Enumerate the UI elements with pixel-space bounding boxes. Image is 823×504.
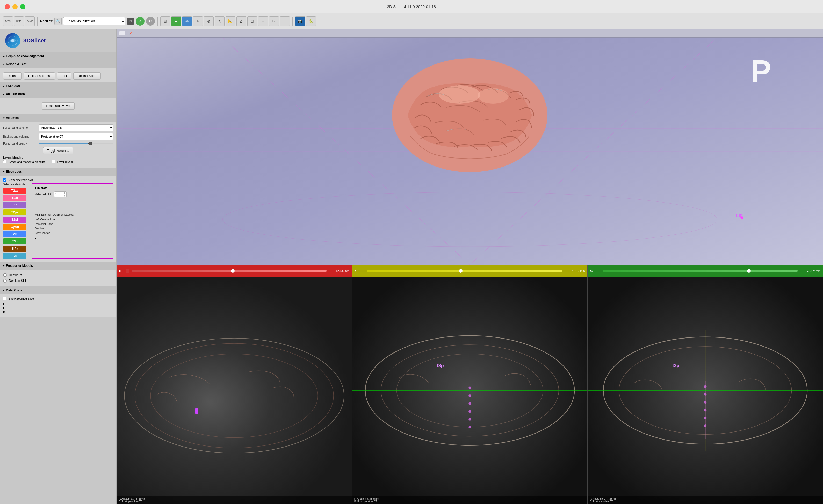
tab-1-label: 1: [122, 32, 123, 35]
reload-button[interactable]: Reload: [3, 72, 22, 79]
slice-thumb-y[interactable]: [459, 269, 463, 273]
brain-3d: [369, 45, 571, 180]
svg-point-12: [135, 343, 334, 448]
ct-slice-1: [117, 277, 352, 504]
nav-fwd-button[interactable]: ↻: [146, 17, 155, 26]
electrode-T3p[interactable]: T3p: [3, 238, 26, 244]
destrieux-radio[interactable]: [3, 273, 7, 277]
electrode-T2pi[interactable]: T2pi: [3, 216, 26, 223]
restart-slicer-button[interactable]: Restart Slicer: [73, 72, 101, 79]
desikan-label: Desikan-Killiani: [9, 279, 30, 283]
layer-reveal-label: Layer reveal: [57, 160, 73, 163]
electrode-T2p[interactable]: T2p: [3, 253, 26, 259]
data-icon[interactable]: DATA: [3, 16, 13, 26]
viewport-tab-bar: 1 📌: [117, 29, 823, 37]
slice-thumb-g[interactable]: [747, 269, 751, 273]
foreground-select[interactable]: Anatomical T1 MRI: [39, 124, 113, 131]
toolbar-divider-2: [157, 17, 158, 26]
reload-test-header[interactable]: Reload & Test: [0, 60, 116, 68]
opacity-slider[interactable]: [39, 143, 113, 144]
minimize-button[interactable]: [12, 4, 18, 9]
home-icon[interactable]: ⊡: [127, 18, 134, 25]
toggle-volumes-row: Toggle volumes: [3, 147, 113, 154]
electrode-T2ps[interactable]: T2ps: [3, 209, 26, 215]
slice-thumb-r[interactable]: [231, 269, 234, 273]
python-icon[interactable]: 🐍: [306, 16, 316, 26]
toggle-volumes-button[interactable]: Toggle volumes: [43, 147, 73, 154]
window-title: 3D Slicer 4.11.0-2020-01-18: [387, 4, 436, 9]
foreground-row: Foreground volume: Anatomical T1 MRI: [3, 124, 113, 131]
electrodes-label: Electrodes: [6, 170, 22, 174]
maximize-button[interactable]: [20, 4, 25, 9]
roi-icon[interactable]: ⊡: [247, 16, 257, 26]
electrode-T1p[interactable]: T1p: [3, 202, 26, 208]
electrode-T2ai[interactable]: T2ai: [3, 195, 26, 201]
data-probe-content: Show Zoomed Slice L F B: [0, 294, 116, 317]
edit-button[interactable]: Edit: [57, 72, 71, 79]
layers-blending-label: Layers blending: [3, 156, 113, 159]
pin-icon[interactable]: 📌: [127, 30, 134, 36]
b-value: B: [3, 311, 113, 314]
move-icon[interactable]: ✛: [280, 16, 290, 26]
snapshot-icon[interactable]: 📷: [295, 16, 305, 26]
electrode-label-panel-3: t3p: [672, 363, 679, 368]
titlebar: 3D Slicer 4.11.0-2020-01-18: [0, 0, 823, 13]
freesurfer-header[interactable]: Freesurfer Models: [0, 262, 116, 270]
slice-track-y[interactable]: [367, 270, 562, 272]
mni-dot: •: [35, 236, 110, 240]
scissors-icon[interactable]: ✂: [269, 16, 279, 26]
module-dropdown[interactable]: Epiloc visualization Welcome Data Volume…: [63, 17, 125, 25]
data-probe-header[interactable]: Data Probe: [0, 287, 116, 294]
layer-reveal-checkbox[interactable]: [52, 160, 55, 163]
svg-point-13: [150, 354, 318, 438]
section-data-probe: Data Probe Show Zoomed Slice L F B: [0, 287, 116, 317]
reset-slice-button[interactable]: Reset slice views: [42, 102, 74, 110]
visualization-header[interactable]: Visualization: [0, 91, 116, 98]
slice-1-footer-f: F: Anatomic...RI (65%): [119, 497, 145, 500]
nav-back-button[interactable]: ↺: [136, 17, 145, 26]
slice-panel-3[interactable]: t3p F: Anatomic...RI (65%) B: Postoperat…: [588, 277, 823, 504]
help-section-header[interactable]: Help & Acknowledgement: [0, 52, 116, 60]
dmri-icon[interactable]: DMC: [14, 16, 24, 26]
electrodes-header[interactable]: Electrodes: [0, 168, 116, 176]
view-axis-checkbox[interactable]: [3, 178, 6, 182]
toolbar: DATA DMC SAVE Modules: 🔍 Epiloc visualiz…: [0, 13, 823, 29]
model-icon[interactable]: ◎: [182, 16, 192, 26]
volumes-header[interactable]: Volumes: [0, 114, 116, 122]
angle-icon[interactable]: ∠: [236, 16, 246, 26]
volume-icon[interactable]: ●: [171, 16, 181, 26]
load-data-label: Load data: [6, 85, 21, 88]
ruler-icon[interactable]: 📐: [225, 16, 235, 26]
freesurfer-desikan: Desikan-Killiani: [3, 278, 113, 284]
load-data-header[interactable]: Load data: [0, 82, 116, 90]
volumes-label: Volumes: [6, 116, 19, 120]
reload-and-test-button[interactable]: Reload and Test: [24, 72, 55, 79]
electrode-SiPa[interactable]: SiPa: [3, 245, 26, 252]
toolbar-divider-3: [292, 17, 293, 26]
save-icon[interactable]: SAVE: [25, 16, 35, 26]
close-button[interactable]: [5, 4, 10, 9]
desikan-radio[interactable]: [3, 279, 7, 283]
electrode-GyAn[interactable]: GyAn: [3, 224, 26, 230]
slice-panel-1[interactable]: F: Anatomic...RI (65%) B: Postoperative …: [117, 277, 352, 504]
electrode-T2as[interactable]: T2as: [3, 187, 26, 194]
show-zoomed-checkbox[interactable]: [3, 297, 6, 300]
slice-panel-2[interactable]: t3p F: Anatomic...RI (65%) B: Postoperat…: [352, 277, 588, 504]
slice-track-g[interactable]: [603, 270, 798, 272]
markup-icon[interactable]: ✎: [193, 16, 203, 26]
fiducial-icon[interactable]: +: [258, 16, 268, 26]
tab-1[interactable]: 1: [119, 31, 125, 35]
electrode-T2mi[interactable]: T2mi: [3, 231, 26, 237]
window-controls[interactable]: [5, 4, 25, 9]
background-select[interactable]: Postoperative CT: [39, 133, 113, 140]
slice-axis-g: G: [590, 269, 595, 273]
viewport-3d[interactable]: P: [117, 37, 823, 265]
slice-track-r[interactable]: [132, 270, 327, 272]
search-modules-icon[interactable]: 🔍: [54, 18, 62, 25]
l-value: L: [3, 302, 113, 306]
green-magenta-checkbox[interactable]: [3, 160, 6, 163]
layout-icon[interactable]: ⊞: [160, 16, 170, 26]
cursor-icon[interactable]: ↖: [215, 16, 224, 26]
selected-plot-spinbox[interactable]: 1⬆⬇: [54, 191, 66, 197]
crosshair-icon[interactable]: ⊕: [204, 16, 214, 26]
